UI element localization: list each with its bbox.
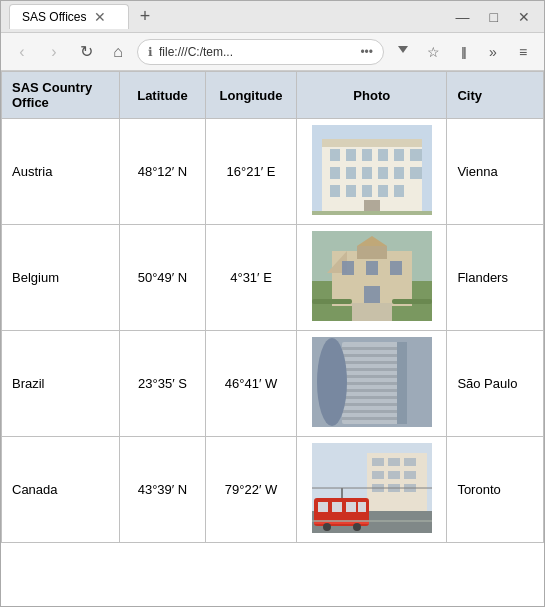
canada-photo	[312, 443, 432, 533]
svg-rect-42	[342, 375, 402, 378]
svg-rect-14	[410, 167, 422, 179]
back-button[interactable]: ‹	[9, 39, 35, 65]
latitude-cell: 43°39′ N	[120, 437, 206, 543]
svg-rect-12	[378, 167, 388, 179]
svg-rect-58	[404, 471, 416, 479]
svg-rect-41	[342, 368, 402, 371]
country-cell: Brazil	[2, 331, 120, 437]
table-row: Canada 43°39′ N 79°22′ W	[2, 437, 544, 543]
country-cell: Belgium	[2, 225, 120, 331]
svg-rect-5	[362, 149, 372, 161]
navigation-bar: ‹ › ↻ ⌂ ℹ file:///C:/tem... ••• ☆ ||| » …	[1, 33, 544, 71]
page-content: SAS Country Office Latitude Longitude Ph…	[1, 71, 544, 606]
home-button[interactable]: ⌂	[105, 39, 131, 65]
svg-rect-10	[346, 167, 356, 179]
column-header-photo: Photo	[297, 72, 447, 119]
table-row: Belgium 50°49′ N 4°31′ E	[2, 225, 544, 331]
svg-rect-11	[362, 167, 372, 179]
pocket-button[interactable]	[390, 39, 416, 65]
svg-rect-30	[366, 261, 378, 275]
column-header-city: City	[447, 72, 544, 119]
svg-rect-15	[330, 185, 340, 197]
close-button[interactable]: ✕	[512, 7, 536, 27]
browser-tab[interactable]: SAS Offices ✕	[9, 4, 129, 29]
svg-rect-64	[318, 502, 328, 512]
minimize-button[interactable]: —	[450, 7, 476, 27]
column-header-latitude: Latitude	[120, 72, 206, 119]
svg-point-49	[317, 338, 347, 426]
brazil-photo	[312, 337, 432, 427]
belgium-photo	[312, 231, 432, 321]
svg-rect-57	[388, 471, 400, 479]
security-icon: ℹ	[148, 45, 153, 59]
address-bar[interactable]: ℹ file:///C:/tem... •••	[137, 39, 384, 65]
svg-rect-3	[330, 149, 340, 161]
svg-rect-19	[394, 185, 404, 197]
table-row: Brazil 23°35′ S 46°41′ W	[2, 331, 544, 437]
forward-button[interactable]: ›	[41, 39, 67, 65]
svg-rect-6	[378, 149, 388, 161]
svg-rect-47	[342, 410, 402, 413]
menu-button[interactable]: ≡	[510, 39, 536, 65]
tab-close-button[interactable]: ✕	[94, 9, 106, 25]
svg-rect-35	[392, 299, 432, 304]
latitude-cell: 48°12′ N	[120, 119, 206, 225]
city-cell: Vienna	[447, 119, 544, 225]
title-bar: SAS Offices ✕ + — □ ✕	[1, 1, 544, 33]
longitude-cell: 46°41′ W	[205, 331, 296, 437]
svg-rect-65	[332, 502, 342, 512]
svg-rect-34	[312, 299, 352, 304]
country-cell: Canada	[2, 437, 120, 543]
window-controls: — □ ✕	[450, 7, 536, 27]
latitude-cell: 23°35′ S	[120, 331, 206, 437]
svg-point-69	[323, 523, 331, 531]
svg-rect-55	[404, 458, 416, 466]
more-options-icon: •••	[360, 45, 373, 59]
sas-offices-table: SAS Country Office Latitude Longitude Ph…	[1, 71, 544, 543]
tab-title: SAS Offices	[22, 10, 86, 24]
svg-rect-54	[388, 458, 400, 466]
address-text: file:///C:/tem...	[159, 45, 354, 59]
svg-rect-2	[322, 139, 422, 147]
photo-cell	[297, 119, 447, 225]
city-cell: Flanders	[447, 225, 544, 331]
svg-rect-33	[352, 303, 392, 321]
svg-rect-7	[394, 149, 404, 161]
country-cell: Austria	[2, 119, 120, 225]
svg-rect-67	[358, 502, 366, 512]
svg-rect-39	[342, 354, 402, 357]
restore-button[interactable]: □	[484, 7, 504, 27]
svg-rect-4	[346, 149, 356, 161]
bookmarks-library-button[interactable]: |||	[450, 39, 476, 65]
column-header-longitude: Longitude	[205, 72, 296, 119]
svg-rect-18	[378, 185, 388, 197]
svg-rect-40	[342, 361, 402, 364]
nav-actions: ☆ ||| » ≡	[390, 39, 536, 65]
svg-rect-38	[342, 347, 402, 350]
column-header-country: SAS Country Office	[2, 72, 120, 119]
browser-window: SAS Offices ✕ + — □ ✕ ‹ › ↻ ⌂ ℹ file:///…	[0, 0, 545, 607]
austria-photo	[312, 125, 432, 215]
svg-rect-45	[342, 396, 402, 399]
svg-rect-16	[346, 185, 356, 197]
photo-cell	[297, 331, 447, 437]
svg-marker-27	[357, 246, 387, 259]
photo-cell	[297, 437, 447, 543]
svg-point-70	[353, 523, 361, 531]
new-tab-button[interactable]: +	[133, 5, 157, 29]
photo-cell	[297, 225, 447, 331]
bookmark-button[interactable]: ☆	[420, 39, 446, 65]
svg-rect-48	[342, 417, 402, 420]
longitude-cell: 79°22′ W	[205, 437, 296, 543]
city-cell: São Paulo	[447, 331, 544, 437]
scrollable-area[interactable]: SAS Country Office Latitude Longitude Ph…	[1, 71, 544, 606]
svg-rect-66	[346, 502, 356, 512]
svg-rect-56	[372, 471, 384, 479]
svg-rect-46	[342, 403, 402, 406]
more-tools-button[interactable]: »	[480, 39, 506, 65]
refresh-button[interactable]: ↻	[73, 39, 99, 65]
svg-rect-8	[410, 149, 422, 161]
svg-rect-43	[342, 382, 402, 385]
svg-rect-13	[394, 167, 404, 179]
svg-rect-21	[312, 211, 432, 215]
